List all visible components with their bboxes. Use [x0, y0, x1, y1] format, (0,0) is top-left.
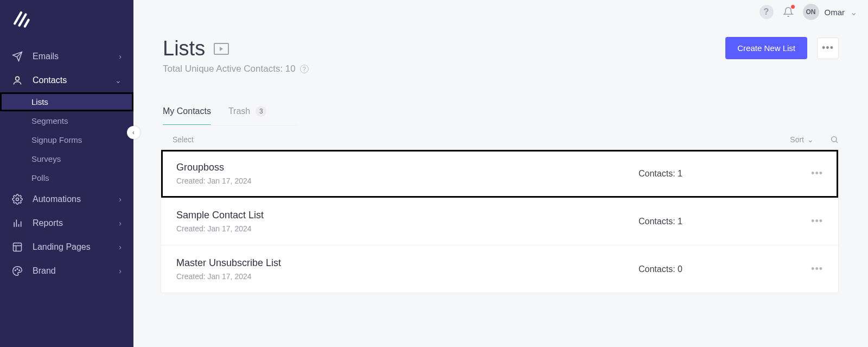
ellipsis-icon: •••: [811, 263, 823, 275]
sort-button[interactable]: Sort ⌄: [790, 135, 814, 144]
list-created: Created: Jan 17, 2024: [176, 272, 639, 281]
list-created: Created: Jan 17, 2024: [176, 224, 639, 233]
svg-line-16: [836, 141, 838, 143]
paper-plane-icon: [12, 51, 23, 62]
topbar: ? ON Omar ⌄: [133, 0, 868, 22]
list-row[interactable]: Sample Contact List Created: Jan 17, 202…: [161, 198, 838, 245]
row-actions-button[interactable]: •••: [801, 263, 823, 275]
bar-chart-icon: [12, 218, 23, 229]
logo-icon: [12, 10, 30, 28]
main-content: ? ON Omar ⌄ Lists Total Unique Active Co…: [133, 0, 868, 347]
help-button[interactable]: ?: [760, 5, 774, 19]
chevron-right-icon: ›: [119, 243, 122, 251]
nav-contacts[interactable]: Contacts ⌄: [0, 68, 133, 92]
notification-dot: [791, 5, 795, 9]
svg-point-4: [16, 198, 19, 201]
nav-label: Brand: [33, 266, 119, 276]
svg-point-14: [19, 270, 20, 271]
lists-panel: Groupboss Created: Jan 17, 2024 Contacts…: [161, 149, 839, 293]
info-icon[interactable]: ?: [300, 65, 309, 73]
nav-label: Reports: [33, 218, 119, 228]
subnav-surveys[interactable]: Surveys: [0, 149, 133, 168]
tab-label: Trash: [228, 106, 250, 116]
person-icon: [12, 75, 23, 86]
sidebar: Emails › Contacts ⌄ Lists Segments Signu…: [0, 0, 133, 347]
nav-label: Landing Pages: [33, 242, 119, 252]
more-actions-button[interactable]: •••: [817, 37, 839, 59]
question-icon: ?: [764, 7, 769, 17]
search-icon[interactable]: [830, 135, 839, 144]
svg-point-13: [17, 268, 18, 269]
nav-reports[interactable]: Reports ›: [0, 211, 133, 235]
page-header: Lists Total Unique Active Contacts: 10 ?…: [133, 22, 868, 80]
tab-my-contacts[interactable]: My Contacts: [163, 106, 211, 125]
chevron-down-icon: ⌄: [807, 135, 814, 144]
chevron-left-icon: ‹: [132, 129, 135, 136]
list-contacts: Contacts: 1: [639, 169, 801, 179]
user-name: Omar: [825, 8, 845, 17]
list-contacts: Contacts: 1: [639, 217, 801, 226]
chevron-right-icon: ›: [119, 219, 122, 228]
sort-label: Sort: [790, 135, 804, 144]
palette-icon: [12, 266, 23, 276]
video-tutorial-icon[interactable]: [214, 43, 229, 55]
subnav-segments[interactable]: Segments: [0, 111, 133, 130]
create-list-button[interactable]: Create New List: [725, 37, 807, 59]
sidebar-collapse-button[interactable]: ‹: [127, 126, 140, 139]
nav-automations[interactable]: Automations ›: [0, 187, 133, 211]
tab-badge: 3: [256, 106, 266, 117]
subnav-polls[interactable]: Polls: [0, 168, 133, 187]
notifications-button[interactable]: [781, 5, 795, 19]
nav-brand[interactable]: Brand ›: [0, 259, 133, 283]
ellipsis-icon: •••: [811, 168, 823, 179]
chevron-right-icon: ›: [119, 267, 122, 275]
svg-point-15: [832, 137, 837, 142]
contacts-count: Total Unique Active Contacts: 10: [163, 64, 296, 74]
page-title: Lists: [163, 37, 205, 60]
svg-rect-9: [14, 243, 22, 251]
chevron-right-icon: ›: [119, 195, 122, 204]
list-contacts: Contacts: 0: [639, 264, 801, 274]
ellipsis-icon: •••: [822, 42, 834, 54]
nav-emails[interactable]: Emails ›: [0, 45, 133, 68]
list-name: Sample Contact List: [176, 210, 639, 221]
chevron-right-icon: ›: [119, 52, 122, 61]
layout-icon: [12, 242, 23, 253]
list-row[interactable]: Master Unsubscribe List Created: Jan 17,…: [161, 245, 838, 293]
list-name: Master Unsubscribe List: [176, 257, 639, 269]
svg-point-12: [15, 270, 16, 271]
svg-point-3: [16, 77, 20, 80]
tabs: My Contacts Trash 3: [133, 80, 868, 125]
tab-trash[interactable]: Trash 3: [228, 106, 266, 125]
svg-line-2: [25, 20, 29, 27]
nav-label: Contacts: [33, 75, 115, 85]
contacts-submenu: Lists Segments Signup Forms Surveys Poll…: [0, 92, 133, 187]
tab-label: My Contacts: [163, 106, 211, 116]
user-menu[interactable]: ON Omar ⌄: [803, 4, 858, 20]
nav-landing-pages[interactable]: Landing Pages ›: [0, 235, 133, 259]
row-actions-button[interactable]: •••: [801, 168, 823, 179]
subnav-signup-forms[interactable]: Signup Forms: [0, 130, 133, 149]
chevron-down-icon: ⌄: [850, 7, 857, 17]
subnav-lists[interactable]: Lists: [0, 92, 133, 111]
app-logo: [0, 0, 133, 45]
gear-icon: [12, 194, 23, 205]
nav-label: Emails: [33, 52, 119, 61]
list-toolbar: Select Sort ⌄: [133, 125, 868, 149]
list-row[interactable]: Groupboss Created: Jan 17, 2024 Contacts…: [161, 150, 838, 198]
row-actions-button[interactable]: •••: [801, 216, 823, 227]
select-label[interactable]: Select: [173, 135, 194, 144]
ellipsis-icon: •••: [811, 216, 823, 227]
list-name: Groupboss: [176, 162, 639, 173]
chevron-down-icon: ⌄: [115, 76, 122, 85]
nav-label: Automations: [33, 194, 119, 204]
avatar: ON: [803, 4, 819, 20]
list-created: Created: Jan 17, 2024: [176, 176, 639, 185]
